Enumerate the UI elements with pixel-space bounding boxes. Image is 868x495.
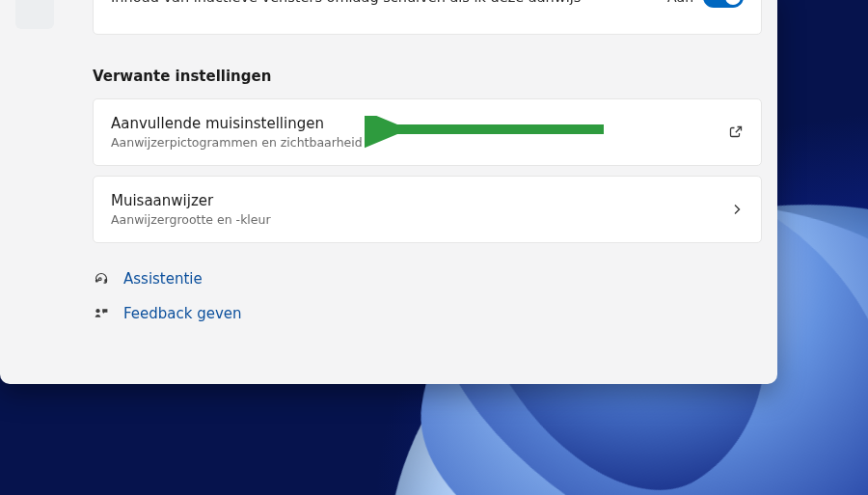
link-label: Assistentie <box>123 270 203 288</box>
external-link-icon <box>728 124 744 140</box>
chevron-right-icon <box>730 203 744 216</box>
svg-point-3 <box>95 309 99 313</box>
svg-rect-1 <box>104 279 107 283</box>
assistentie-link[interactable]: Assistentie <box>93 270 762 288</box>
headset-icon <box>93 270 110 288</box>
mouse-pointer-card[interactable]: Muisaanwijzer Aanwijzergrootte en -kleur <box>93 176 762 243</box>
scroll-inactive-windows-row[interactable]: Inhoud van inactieve vensters omlaag sch… <box>93 0 762 35</box>
card-title: Muisaanwijzer <box>111 192 271 209</box>
scroll-inactive-windows-label: Inhoud van inactieve vensters omlaag sch… <box>111 0 581 5</box>
scroll-inactive-windows-toggle[interactable] <box>703 0 744 8</box>
card-subtitle: Aanwijzerpictogrammen en zichtbaarheid <box>111 135 363 150</box>
settings-content: Inhoud van inactieve vensters omlaag sch… <box>93 0 762 384</box>
link-label: Feedback geven <box>123 305 242 322</box>
related-settings-heading: Verwante instellingen <box>93 68 762 85</box>
card-title: Aanvullende muisinstellingen <box>111 115 363 132</box>
additional-mouse-settings-card[interactable]: Aanvullende muisinstellingen Aanwijzerpi… <box>93 98 762 166</box>
help-links: Assistentie Feedback geven <box>93 270 762 322</box>
svg-rect-0 <box>95 279 98 283</box>
scroll-inactive-windows-toggle-wrap: Aan <box>667 0 744 8</box>
toggle-state-text: Aan <box>667 0 693 5</box>
card-subtitle: Aanwijzergrootte en -kleur <box>111 212 271 227</box>
settings-window: Inhoud van inactieve vensters omlaag sch… <box>0 0 777 384</box>
sidebar-selected-stub[interactable] <box>15 0 54 29</box>
feedback-icon <box>93 305 110 322</box>
feedback-link[interactable]: Feedback geven <box>93 305 762 322</box>
